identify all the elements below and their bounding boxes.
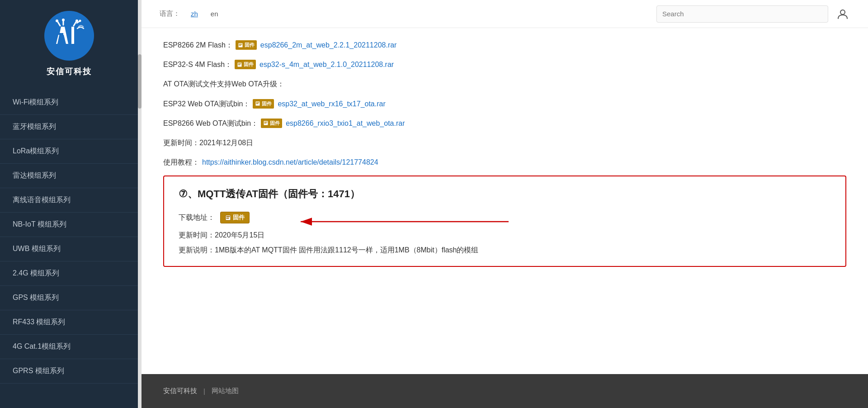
svg-rect-6 (59, 33, 63, 35)
sidebar-item-uwb[interactable]: UWB 模组系列 (0, 237, 138, 261)
topbar-search-area (227, 5, 850, 23)
svg-rect-23 (264, 122, 268, 123)
lang-en-btn[interactable]: en (211, 10, 218, 18)
sidebar-item-lora[interactable]: LoRa模组系列 (0, 139, 138, 164)
sidebar-item-gps[interactable]: GPS 模组系列 (0, 286, 138, 310)
line-esp32s-4m: ESP32-S 4M Flash： 固件 esp32-s_4m_at_web_2… (163, 58, 846, 71)
svg-point-11 (79, 20, 81, 22)
esp32s-4m-label: ESP32-S 4M Flash： (163, 58, 232, 71)
svg-rect-26 (226, 216, 230, 217)
esp8266-ota-label: ESP8266 Web OTA测试bin： (163, 117, 258, 129)
sidebar-scrollbar-thumb[interactable] (138, 54, 142, 109)
lang-label: 语言： (160, 9, 180, 18)
svg-rect-7 (71, 27, 74, 44)
update-time-label-2: 更新时间： (179, 231, 215, 239)
svg-rect-15 (239, 45, 241, 46)
sidebar-navigation: Wi-Fi模组系列 蓝牙模组系列 LoRa模组系列 雷达模组系列 离线语音模组系… (0, 90, 138, 384)
content-area: ESP8266 2M Flash： 固件 esp8266_2m_at_web_2… (142, 28, 868, 374)
svg-rect-18 (238, 64, 241, 65)
file-badge-esp32-ota: 固件 (253, 99, 274, 109)
svg-rect-27 (226, 218, 229, 218)
svg-rect-20 (256, 102, 259, 103)
logo-circle (44, 11, 94, 61)
svg-rect-14 (239, 44, 242, 45)
topbar: 语言： zh en (142, 0, 868, 28)
update-note-value: 1MB版本的AT MQTT固件 固件用法跟1112号一样，适用1MB（8Mbit… (215, 246, 479, 254)
svg-rect-17 (238, 63, 241, 64)
sidebar-item-nbiot[interactable]: NB-IoT 模组系列 (0, 213, 138, 237)
link-esp8266-ota[interactable]: esp8266_rxio3_txio1_at_web_ota.rar (286, 117, 405, 129)
sidebar-item-gprs[interactable]: GPRS 模组系列 (0, 359, 138, 384)
line-tutorial: 使用教程： https://aithinker.blog.csdn.net/ar… (163, 156, 846, 168)
tutorial-link[interactable]: https://aithinker.blog.csdn.net/article/… (202, 156, 378, 168)
file-badge-esp8266-ota: 固件 (261, 119, 282, 128)
update-note-row: 更新说明：1MB版本的AT MQTT固件 固件用法跟1112号一样，适用1MB（… (179, 246, 831, 255)
svg-point-0 (52, 19, 86, 53)
firmware-button[interactable]: 固件 (220, 212, 250, 223)
update-note-label: 更新说明： (179, 246, 215, 254)
sidebar-logo-area: 安信可科技 (44, 0, 94, 86)
ota-intro-text: AT OTA测试文件支持Web OTA升级： (163, 78, 284, 90)
sidebar-item-wifi[interactable]: Wi-Fi模组系列 (0, 90, 138, 115)
sidebar-scrollbar[interactable] (138, 0, 142, 408)
tutorial-label: 使用教程： (163, 156, 199, 168)
svg-point-12 (840, 10, 845, 14)
line-esp8266-ota: ESP8266 Web OTA测试bin： 固件 esp8266_rxio3_t… (163, 117, 846, 129)
download-row: 下载地址： 固件 (179, 212, 831, 223)
link-esp8266-2m[interactable]: esp8266_2m_at_web_2.2.1_20211208.rar (260, 39, 397, 51)
svg-point-4 (62, 19, 65, 21)
update-time-text-1: 更新时间：2021年12月08日 (163, 137, 253, 149)
line-esp8266-2m: ESP8266 2M Flash： 固件 esp8266_2m_at_web_2… (163, 39, 846, 51)
sidebar-brand: 安信可科技 (47, 66, 92, 77)
sidebar-item-bluetooth[interactable]: 蓝牙模组系列 (0, 115, 138, 139)
line-ota-intro: AT OTA测试文件支持Web OTA升级： (163, 78, 846, 90)
main-panel: 语言： zh en ESP8266 2M Flash： 固件 esp8266_2… (142, 0, 868, 408)
sidebar: 安信可科技 Wi-Fi模组系列 蓝牙模组系列 LoRa模组系列 雷达模组系列 离… (0, 0, 138, 408)
line-esp32-ota: ESP32 Web OTA测试bin： 固件 esp32_at_web_rx16… (163, 98, 846, 110)
sidebar-item-24g[interactable]: 2.4G 模组系列 (0, 261, 138, 286)
svg-rect-21 (256, 104, 259, 104)
footer-separator: | (203, 387, 205, 395)
esp32-ota-label: ESP32 Web OTA测试bin： (163, 98, 250, 110)
link-esp32s-4m[interactable]: esp32-s_4m_at_web_2.1.0_20211208.rar (259, 58, 394, 71)
link-esp32-ota[interactable]: esp32_at_web_rx16_tx17_ota.rar (278, 98, 385, 110)
footer-sitemap-link[interactable]: 网站地图 (212, 387, 239, 395)
update-time-value-2: 2020年5月15日 (215, 231, 264, 239)
highlight-box: ⑦、MQTT透传AT固件（固件号：1471） 下载地址： 固件 (163, 176, 846, 267)
esp8266-2m-label: ESP8266 2M Flash： (163, 39, 233, 51)
svg-point-2 (56, 19, 58, 22)
download-label: 下载地址： (179, 213, 215, 223)
footer: 安信可科技 | 网站地图 (142, 374, 868, 408)
sidebar-item-rf433[interactable]: RF433 模组系列 (0, 310, 138, 335)
user-icon[interactable] (835, 7, 850, 21)
lang-zh-btn[interactable]: zh (191, 10, 198, 18)
search-input[interactable] (656, 5, 828, 23)
update-time-row-2: 更新时间：2020年5月15日 (179, 231, 831, 240)
footer-brand: 安信可科技 (163, 387, 197, 395)
sidebar-item-4gcat[interactable]: 4G Cat.1模组系列 (0, 335, 138, 359)
sidebar-item-radar[interactable]: 雷达模组系列 (0, 164, 138, 188)
line-update-time-1: 更新时间：2021年12月08日 (163, 137, 846, 149)
file-badge-esp32s-4m: 固件 (235, 60, 256, 69)
highlight-box-title: ⑦、MQTT透传AT固件（固件号：1471） (179, 187, 831, 201)
svg-rect-24 (264, 123, 267, 124)
file-badge-esp8266-2m: 固件 (236, 40, 257, 50)
sidebar-item-voice[interactable]: 离线语音模组系列 (0, 188, 138, 213)
firmware-btn-label: 固件 (233, 213, 245, 222)
